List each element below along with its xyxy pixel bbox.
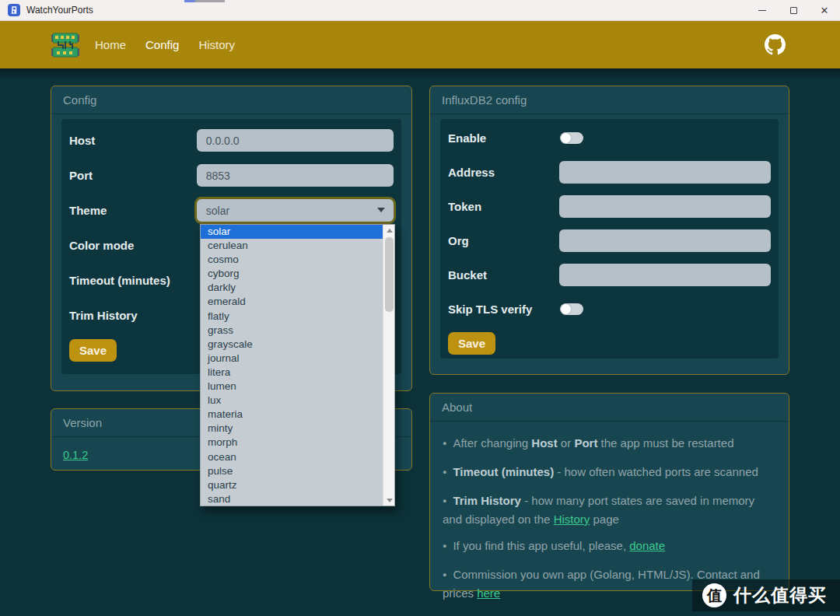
main-content: Config Host Port Theme solar Color mode [0,68,840,616]
about-bullet: ●Timeout (minutes) - how often watched p… [443,464,776,482]
org-input[interactable] [559,229,771,252]
about-text: If you find this app useful, please, [453,539,629,552]
theme-dropdown-list: solarceruleancosmocyborgdarklyemeraldfla… [201,225,383,506]
theme-option-cosmo[interactable]: cosmo [201,253,383,267]
scroll-down-icon[interactable] [383,495,395,506]
about-text: Timeout (minutes) [453,465,554,478]
minimize-icon [758,10,766,11]
theme-option-flatly[interactable]: flatly [201,310,383,324]
navbar: Home Config History [0,21,840,68]
about-text: the app must be restarted [597,436,733,450]
color-mode-label: Color mode [69,239,198,252]
theme-option-cerulean[interactable]: cerulean [201,239,383,253]
window-controls: ✕ [747,0,840,20]
watermark: 值 什么值得买 [692,579,840,611]
theme-option-journal[interactable]: journal [201,352,383,366]
theme-option-lumen[interactable]: lumen [201,380,383,394]
host-label: Host [69,134,197,147]
about-text: Port [574,436,597,450]
enable-toggle[interactable] [560,132,583,144]
theme-option-solar[interactable]: solar [201,225,394,239]
theme-label: Theme [69,204,197,217]
theme-option-sand[interactable]: sand [201,492,383,506]
bullet-icon: ● [443,542,446,550]
close-icon: ✕ [821,5,829,16]
scroll-up-icon[interactable] [383,225,395,236]
window-title: WatchYourPorts [26,5,93,16]
dropdown-scrollbar[interactable] [383,225,394,506]
close-button[interactable]: ✕ [809,0,840,20]
address-input[interactable] [559,161,771,184]
about-text: or [558,436,575,450]
skip-tls-toggle[interactable] [560,303,583,315]
port-input[interactable] [197,164,394,187]
app-icon-glyph [10,6,18,14]
enable-toggle-knob [561,133,571,143]
watermark-badge: 值 [702,583,726,607]
bullet-icon: ● [443,439,446,447]
theme-option-minty[interactable]: minty [201,422,383,436]
titlebar: WatchYourPorts ✕ [0,0,840,21]
about-text: Host [531,436,557,450]
theme-option-litera[interactable]: litera [201,366,383,380]
theme-option-grass[interactable]: grass [201,324,383,338]
about-link-donate[interactable]: donate [629,539,665,552]
maximize-icon [790,7,797,14]
app-icon [8,4,20,16]
background-window-sliver [184,0,225,2]
influxdb2-panel-title: InfluxDB2 config [430,86,789,114]
about-text: Trim History [453,494,521,507]
about-text: After changing [453,436,531,450]
theme-option-cyborg[interactable]: cyborg [201,267,383,281]
maximize-button[interactable] [778,0,809,20]
theme-select[interactable]: solar [197,199,394,222]
about-panel: About ●After changing Host or Port the a… [429,393,789,591]
config-save-button[interactable]: Save [69,339,117,362]
about-link-History[interactable]: History [554,513,590,526]
nav-link-home[interactable]: Home [95,38,126,51]
scrollbar-thumb[interactable] [385,237,394,312]
app-logo-icon [51,32,79,58]
theme-option-ocean[interactable]: ocean [201,450,383,464]
theme-option-pulse[interactable]: pulse [201,464,383,478]
about-bullet: ●Trim History - how many port states are… [443,492,776,527]
nav-link-config[interactable]: Config [145,38,179,51]
minimize-button[interactable] [747,0,778,20]
theme-option-quartz[interactable]: quartz [201,478,383,492]
bullet-icon: ● [443,497,446,505]
about-text: - how often watched ports are scanned [554,465,758,478]
timeout-label: Timeout (minutes) [69,274,198,287]
theme-select-value: solar [206,205,229,217]
influxdb2-panel: InfluxDB2 config Enable Address Token Or… [429,86,789,375]
about-text: page [590,513,619,526]
influxdb2-save-button[interactable]: Save [448,332,495,355]
theme-dropdown: solarceruleancosmocyborgdarklyemeraldfla… [200,224,395,506]
theme-option-emerald[interactable]: emerald [201,295,383,309]
bucket-input[interactable] [559,264,771,286]
token-input[interactable] [559,195,771,218]
theme-option-lux[interactable]: lux [201,394,383,408]
nav-link-history[interactable]: History [198,38,235,51]
skip-tls-toggle-knob [561,304,571,314]
chevron-down-icon [377,208,385,212]
theme-option-darkly[interactable]: darkly [201,281,383,295]
about-panel-title: About [430,394,789,422]
config-panel-title: Config [51,86,411,114]
bullet-icon: ● [443,468,446,476]
enable-label: Enable [448,131,560,145]
theme-option-morph[interactable]: morph [201,436,383,450]
about-link-here[interactable]: here [477,586,500,600]
theme-option-materia[interactable]: materia [201,408,383,422]
bullet-icon: ● [443,571,446,579]
address-label: Address [448,166,559,179]
theme-option-grayscale[interactable]: grayscale [201,338,383,352]
github-icon[interactable] [765,34,786,55]
about-bullet: ●After changing Host or Port the app mus… [443,435,776,453]
port-label: Port [69,169,197,182]
host-input[interactable] [197,129,394,152]
version-link[interactable]: 0.1.2 [63,449,88,461]
nav-links: Home Config History [95,38,235,51]
skip-tls-label: Skip TLS verify [448,303,560,316]
about-bullet: ●If you find this app useful, please, do… [443,537,776,556]
org-label: Org [448,234,559,247]
